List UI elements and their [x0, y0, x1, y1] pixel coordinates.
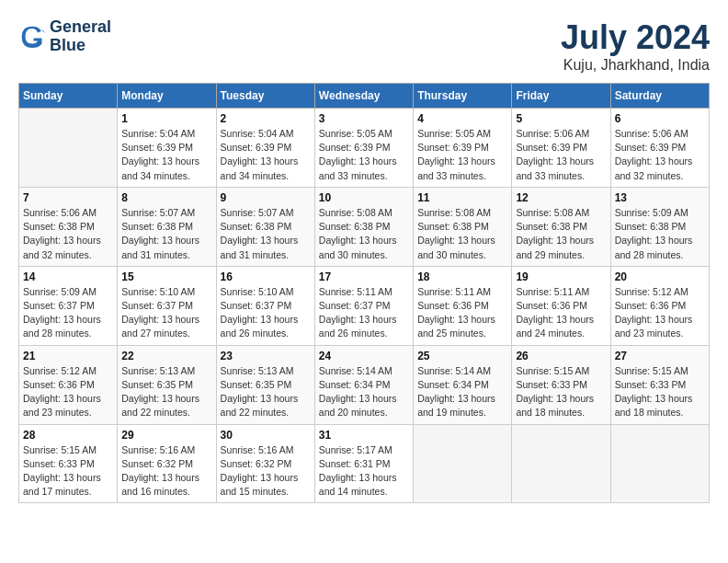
day-info: Sunrise: 5:09 AMSunset: 6:38 PMDaylight:… [615, 206, 705, 262]
day-info: Sunrise: 5:10 AMSunset: 6:37 PMDaylight:… [121, 285, 211, 341]
col-header-friday: Friday [512, 84, 610, 109]
day-cell: 15Sunrise: 5:10 AMSunset: 6:37 PMDayligh… [118, 266, 216, 345]
day-info: Sunrise: 5:17 AMSunset: 6:31 PMDaylight:… [319, 443, 409, 500]
day-number: 29 [121, 429, 211, 442]
day-number: 2 [221, 112, 311, 125]
day-cell: 30Sunrise: 5:16 AMSunset: 6:32 PMDayligh… [216, 424, 314, 503]
day-info: Sunrise: 5:15 AMSunset: 6:33 PMDaylight:… [516, 364, 606, 420]
calendar-header-row: SundayMondayTuesdayWednesdayThursdayFrid… [19, 84, 710, 109]
day-info: Sunrise: 5:16 AMSunset: 6:32 PMDaylight:… [221, 443, 311, 500]
day-cell: 8Sunrise: 5:07 AMSunset: 6:38 PMDaylight… [118, 187, 216, 266]
logo-line2: Blue [50, 37, 111, 55]
day-number: 4 [417, 112, 507, 125]
logo-text: General Blue [50, 18, 111, 55]
logo: General Blue [18, 18, 111, 55]
col-header-wednesday: Wednesday [314, 84, 413, 109]
day-cell: 9Sunrise: 5:07 AMSunset: 6:38 PMDaylight… [216, 187, 314, 266]
day-number: 22 [121, 350, 211, 362]
day-cell: 16Sunrise: 5:10 AMSunset: 6:37 PMDayligh… [216, 266, 314, 345]
day-cell: 20Sunrise: 5:12 AMSunset: 6:36 PMDayligh… [610, 266, 709, 345]
day-cell: 5Sunrise: 5:06 AMSunset: 6:39 PMDaylight… [512, 109, 610, 188]
day-info: Sunrise: 5:14 AMSunset: 6:34 PMDaylight:… [417, 364, 507, 420]
week-row-4: 28Sunrise: 5:15 AMSunset: 6:33 PMDayligh… [19, 424, 710, 503]
day-cell [414, 424, 512, 503]
day-cell: 19Sunrise: 5:11 AMSunset: 6:36 PMDayligh… [512, 266, 610, 345]
day-cell: 23Sunrise: 5:13 AMSunset: 6:35 PMDayligh… [216, 345, 314, 424]
day-number: 6 [615, 112, 705, 125]
week-row-3: 21Sunrise: 5:12 AMSunset: 6:36 PMDayligh… [19, 345, 710, 424]
day-info: Sunrise: 5:11 AMSunset: 6:36 PMDaylight:… [417, 285, 507, 341]
day-number: 17 [319, 270, 409, 283]
day-number: 18 [417, 270, 507, 283]
logo-line1: General [50, 18, 111, 37]
day-info: Sunrise: 5:15 AMSunset: 6:33 PMDaylight:… [615, 364, 705, 420]
day-cell: 2Sunrise: 5:04 AMSunset: 6:39 PMDaylight… [216, 109, 314, 188]
day-cell [610, 424, 709, 503]
day-info: Sunrise: 5:14 AMSunset: 6:34 PMDaylight:… [319, 364, 409, 420]
day-cell: 24Sunrise: 5:14 AMSunset: 6:34 PMDayligh… [314, 345, 413, 424]
page-header: General Blue July 2024 Kuju, Jharkhand, … [18, 18, 710, 74]
day-info: Sunrise: 5:12 AMSunset: 6:36 PMDaylight:… [23, 364, 113, 420]
day-info: Sunrise: 5:07 AMSunset: 6:38 PMDaylight:… [121, 206, 211, 262]
day-cell: 14Sunrise: 5:09 AMSunset: 6:37 PMDayligh… [19, 266, 118, 345]
day-cell: 6Sunrise: 5:06 AMSunset: 6:39 PMDaylight… [610, 109, 709, 188]
day-number: 3 [319, 112, 409, 125]
col-header-monday: Monday [118, 84, 216, 109]
day-info: Sunrise: 5:09 AMSunset: 6:37 PMDaylight:… [23, 285, 113, 341]
day-number: 11 [417, 191, 507, 204]
day-number: 30 [221, 429, 311, 442]
day-cell: 25Sunrise: 5:14 AMSunset: 6:34 PMDayligh… [414, 345, 512, 424]
title-block: July 2024 Kuju, Jharkhand, India [561, 18, 710, 74]
month-title: July 2024 [561, 18, 710, 57]
week-row-0: 1Sunrise: 5:04 AMSunset: 6:39 PMDaylight… [19, 109, 710, 188]
day-number: 23 [221, 350, 311, 362]
day-info: Sunrise: 5:13 AMSunset: 6:35 PMDaylight:… [221, 364, 311, 420]
day-info: Sunrise: 5:08 AMSunset: 6:38 PMDaylight:… [417, 206, 507, 262]
day-info: Sunrise: 5:06 AMSunset: 6:39 PMDaylight:… [516, 127, 606, 183]
day-info: Sunrise: 5:13 AMSunset: 6:35 PMDaylight:… [121, 364, 211, 420]
day-info: Sunrise: 5:04 AMSunset: 6:39 PMDaylight:… [121, 127, 211, 183]
col-header-sunday: Sunday [19, 84, 118, 109]
day-info: Sunrise: 5:05 AMSunset: 6:39 PMDaylight:… [417, 127, 507, 183]
day-info: Sunrise: 5:08 AMSunset: 6:38 PMDaylight:… [516, 206, 606, 262]
day-number: 27 [615, 350, 705, 362]
day-info: Sunrise: 5:07 AMSunset: 6:38 PMDaylight:… [221, 206, 311, 262]
day-number: 8 [121, 191, 211, 204]
day-cell: 11Sunrise: 5:08 AMSunset: 6:38 PMDayligh… [414, 187, 512, 266]
day-info: Sunrise: 5:04 AMSunset: 6:39 PMDaylight:… [221, 127, 311, 183]
day-cell: 12Sunrise: 5:08 AMSunset: 6:38 PMDayligh… [512, 187, 610, 266]
day-cell: 1Sunrise: 5:04 AMSunset: 6:39 PMDaylight… [118, 109, 216, 188]
day-number: 13 [615, 191, 705, 204]
location-title: Kuju, Jharkhand, India [561, 57, 710, 74]
day-info: Sunrise: 5:16 AMSunset: 6:32 PMDaylight:… [121, 443, 211, 500]
day-number: 20 [615, 270, 705, 283]
day-info: Sunrise: 5:12 AMSunset: 6:36 PMDaylight:… [615, 285, 705, 341]
day-number: 12 [516, 191, 606, 204]
logo-icon [18, 23, 46, 51]
col-header-thursday: Thursday [414, 84, 512, 109]
day-number: 21 [23, 350, 113, 362]
day-cell [19, 109, 118, 188]
day-cell: 17Sunrise: 5:11 AMSunset: 6:37 PMDayligh… [314, 266, 413, 345]
day-number: 14 [23, 270, 113, 283]
col-header-saturday: Saturday [610, 84, 709, 109]
day-number: 19 [516, 270, 606, 283]
day-info: Sunrise: 5:11 AMSunset: 6:36 PMDaylight:… [516, 285, 606, 341]
day-cell: 18Sunrise: 5:11 AMSunset: 6:36 PMDayligh… [414, 266, 512, 345]
day-number: 7 [23, 191, 113, 204]
calendar-table: SundayMondayTuesdayWednesdayThursdayFrid… [18, 83, 710, 503]
day-cell: 7Sunrise: 5:06 AMSunset: 6:38 PMDaylight… [19, 187, 118, 266]
day-cell: 29Sunrise: 5:16 AMSunset: 6:32 PMDayligh… [118, 424, 216, 503]
week-row-2: 14Sunrise: 5:09 AMSunset: 6:37 PMDayligh… [19, 266, 710, 345]
day-cell: 27Sunrise: 5:15 AMSunset: 6:33 PMDayligh… [610, 345, 709, 424]
calendar-body: 1Sunrise: 5:04 AMSunset: 6:39 PMDaylight… [19, 109, 710, 503]
day-number: 10 [319, 191, 409, 204]
day-number: 16 [221, 270, 311, 283]
day-cell: 13Sunrise: 5:09 AMSunset: 6:38 PMDayligh… [610, 187, 709, 266]
week-row-1: 7Sunrise: 5:06 AMSunset: 6:38 PMDaylight… [19, 187, 710, 266]
col-header-tuesday: Tuesday [216, 84, 314, 109]
day-cell: 22Sunrise: 5:13 AMSunset: 6:35 PMDayligh… [118, 345, 216, 424]
day-info: Sunrise: 5:05 AMSunset: 6:39 PMDaylight:… [319, 127, 409, 183]
day-cell: 26Sunrise: 5:15 AMSunset: 6:33 PMDayligh… [512, 345, 610, 424]
day-cell: 10Sunrise: 5:08 AMSunset: 6:38 PMDayligh… [314, 187, 413, 266]
